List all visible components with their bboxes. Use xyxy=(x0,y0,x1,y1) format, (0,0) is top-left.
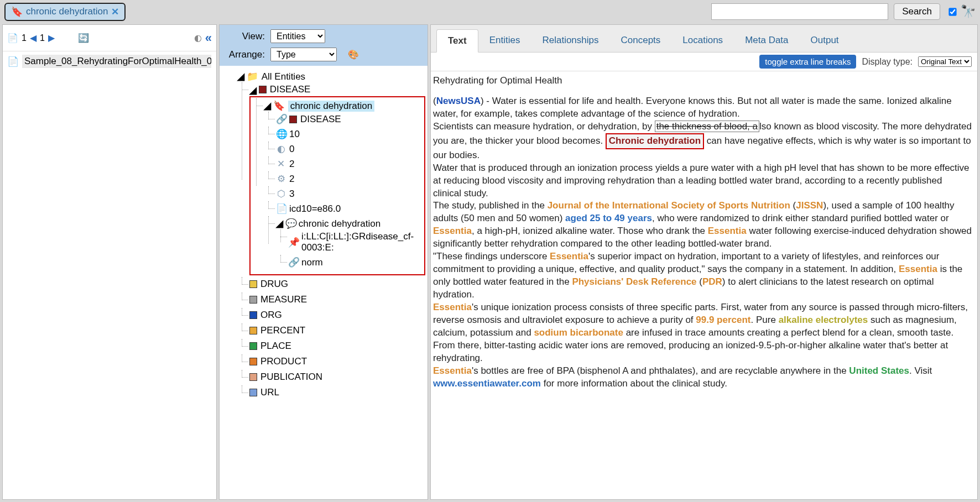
entity-essentia: Essentia xyxy=(433,365,472,376)
entity-pdr: PDR xyxy=(702,276,722,287)
mid-panel: View: Entities Arrange: Type 🎨 ◢ 📁 All E… xyxy=(219,24,428,500)
cat-label: URL xyxy=(260,387,279,398)
org-color-icon xyxy=(249,311,257,319)
cat-label: PUBLICATION xyxy=(260,372,322,383)
body-text: From there, bitter-tasting acidic water … xyxy=(433,340,948,363)
gear-icon: ⚙ xyxy=(276,173,286,185)
collapse-left-icon[interactable]: « xyxy=(205,31,212,45)
tab-concepts[interactable]: Concepts xyxy=(610,29,672,52)
bubble-icon: 💬 xyxy=(285,218,295,229)
all-entities-node[interactable]: 📁 All Entities xyxy=(247,71,305,82)
link-icon: 🔗 xyxy=(276,113,286,125)
prev-icon[interactable]: ◀ xyxy=(30,33,37,43)
strike-span: the thickness of blood, a xyxy=(655,121,759,132)
cat-url[interactable]: URL xyxy=(249,387,279,398)
cat-disease[interactable]: DISEASE xyxy=(259,84,311,95)
tab-locations[interactable]: Locations xyxy=(671,29,734,52)
tab-metadata[interactable]: Meta Data xyxy=(734,29,799,52)
tree-toggle[interactable]: ◢ xyxy=(264,100,270,112)
cat-org[interactable]: ORG xyxy=(249,310,282,321)
color-wheel-icon[interactable]: 🎨 xyxy=(348,49,359,60)
entity-aged: aged 25 to 49 years xyxy=(565,213,652,223)
tree-toggle[interactable]: ◢ xyxy=(237,71,244,82)
entity-essentia: Essentia xyxy=(708,226,747,236)
entity-united-states: United States xyxy=(849,365,909,376)
tab-chip-label: chronic dehydration xyxy=(26,6,108,17)
view-select[interactable]: Entities xyxy=(270,29,325,43)
body-text: are infused in trace amounts creating a … xyxy=(623,327,953,338)
entity-pin-row: 📌i:LL:C[i:LL:]:GRdisease_cf-0003:E: xyxy=(288,231,423,253)
entity-essentia: Essentia xyxy=(899,264,937,274)
entity-type-label: DISEASE xyxy=(300,114,341,125)
product-color-icon xyxy=(249,358,257,365)
cat-measure[interactable]: MEASURE xyxy=(249,294,307,305)
search-button[interactable]: Search xyxy=(894,3,940,20)
next-icon[interactable]: ▶ xyxy=(48,33,55,43)
right-tabs: Text Entities Relationships Concepts Loc… xyxy=(431,25,977,53)
entity-tree: ◢ 📁 All Entities ◢ DISEASE xyxy=(220,66,428,499)
document-icon: 📄 xyxy=(7,56,19,67)
cat-product[interactable]: PRODUCT xyxy=(249,356,307,367)
tab-entities[interactable]: Entities xyxy=(478,29,531,52)
body-text: . Pure xyxy=(751,315,779,325)
tab-text[interactable]: Text xyxy=(436,29,478,53)
highlighted-chronic-dehydration[interactable]: Chronic dehydration xyxy=(606,133,704,149)
entity-child-node[interactable]: 💬chronic dehydration xyxy=(285,218,380,229)
entity-pdr-full: Physicians' Desk Reference xyxy=(572,276,696,287)
file-row[interactable]: 📄 Sample_08_RehydratingForOptimalHealth_… xyxy=(3,51,216,71)
tree-toggle[interactable]: ◢ xyxy=(276,218,283,229)
body-text: Water that is produced through an ioniza… xyxy=(433,163,969,198)
copy-icon[interactable]: 📄 xyxy=(7,33,18,43)
url-color-icon xyxy=(249,389,257,396)
entity-stat-3: ✕2 xyxy=(276,158,294,170)
binoculars-icon[interactable]: 🔭 xyxy=(961,4,976,19)
drug-color-icon xyxy=(249,280,257,288)
text-content: Rehydrating for Optimal Health (NewsUSA)… xyxy=(431,71,977,499)
body-text: ( xyxy=(790,200,796,211)
refresh-icon[interactable]: 🔄 xyxy=(78,33,89,43)
disease-color-icon xyxy=(289,116,297,123)
body-text: 's bottles are free of BPA (bisphenol A … xyxy=(472,365,849,376)
place-color-icon xyxy=(249,342,257,350)
cat-percent[interactable]: PERCENT xyxy=(249,325,305,336)
close-icon[interactable]: ✕ xyxy=(111,6,119,18)
percent-color-icon xyxy=(249,327,257,334)
display-type-label: Display type: xyxy=(862,57,913,67)
tab-chip[interactable]: 🔖 chronic dehydration ✕ xyxy=(4,3,126,21)
cat-drug[interactable]: DRUG xyxy=(249,279,288,290)
stat-value: 2 xyxy=(289,159,294,170)
left-toolbar: 📄 1 ◀ 1 ▶ 🔄 ◐ « xyxy=(3,25,216,51)
entity-newsusa: NewsUSA xyxy=(436,96,481,106)
tag-icon: 🔖 xyxy=(11,6,23,18)
stat-value: 2 xyxy=(289,174,294,185)
entity-norm-row: 🔗norm xyxy=(288,257,323,268)
display-type-select[interactable]: Original Text xyxy=(918,56,972,67)
entity-stat-5: ⬡3 xyxy=(276,188,294,200)
search-wrap: Search xyxy=(711,3,940,20)
right-toolbar: toggle extra line breaks Display type: O… xyxy=(431,53,977,71)
article-title: Rehydrating for Optimal Health xyxy=(433,75,972,87)
search-option-checkbox[interactable] xyxy=(948,8,956,15)
arrange-label: Arrange: xyxy=(226,49,265,60)
entity-sodium-bicarb: sodium bicarbonate xyxy=(534,327,623,338)
highlighted-entity-box: ◢ 🔖 chronic dehydration 🔗 DISEASE 🌐10 ◐0 xyxy=(249,96,425,275)
toggle-line-breaks-button[interactable]: toggle extra line breaks xyxy=(759,55,856,69)
tab-output[interactable]: Output xyxy=(800,29,850,52)
view-label: View: xyxy=(226,31,265,42)
arrange-select[interactable]: Type xyxy=(270,48,337,61)
tree-toggle[interactable]: ◢ xyxy=(249,85,256,96)
toggle-icon[interactable]: ◐ xyxy=(194,33,202,43)
cat-publication[interactable]: PUBLICATION xyxy=(249,372,322,383)
mid-header: View: Entities Arrange: Type 🎨 xyxy=(220,25,428,66)
tab-relationships[interactable]: Relationships xyxy=(531,29,609,52)
cat-place[interactable]: PLACE xyxy=(249,341,291,352)
entity-norm-value: norm xyxy=(301,257,323,268)
body-text: The study, published in the xyxy=(433,200,548,211)
search-input[interactable] xyxy=(711,3,888,20)
entity-essentia: Essentia xyxy=(433,226,472,236)
entity-chronic-dehydration[interactable]: 🔖 chronic dehydration xyxy=(273,100,374,112)
left-panel: 📄 1 ◀ 1 ▶ 🔄 ◐ « 📄 Sample_08_RehydratingF… xyxy=(2,24,217,500)
entity-type-row: 🔗 DISEASE xyxy=(276,113,341,125)
body-text: , who were randomized to drink either st… xyxy=(652,213,949,223)
half-circle-icon: ◐ xyxy=(276,143,286,155)
